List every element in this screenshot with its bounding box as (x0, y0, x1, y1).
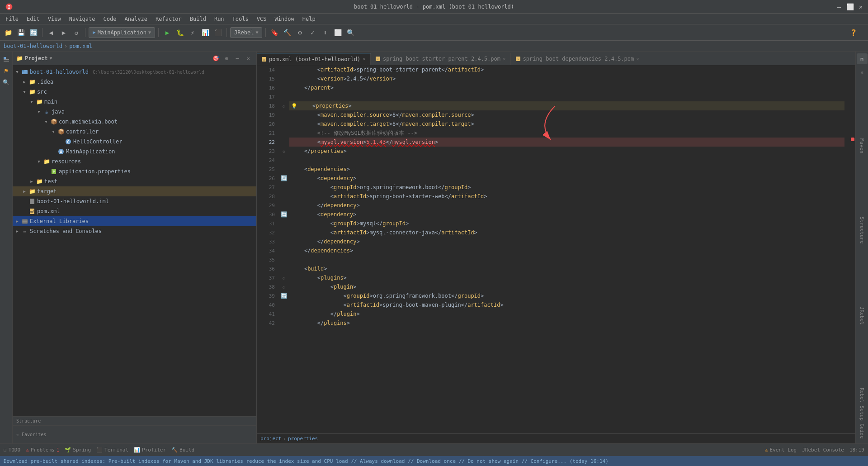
profile-btn[interactable]: 📊 (200, 27, 211, 38)
jrebel-console-btn[interactable]: JRebel Console (802, 447, 844, 453)
menu-navigate[interactable]: Navigate (66, 15, 99, 23)
tree-src[interactable]: ▼ 📁 src (13, 87, 256, 97)
profiler-btn[interactable]: 📊 Profiler (134, 447, 166, 453)
main-config-dropdown[interactable]: ▶ MainApplication ▼ (89, 27, 155, 38)
tab-pom-xml[interactable]: x pom.xml (boot-01-helloworld) ✕ (257, 53, 371, 65)
tree-idea[interactable]: ▶ 📁 .idea (13, 77, 256, 87)
run-with-coverage-btn[interactable]: ⚡ (187, 27, 198, 38)
window-controls: — ⬜ ✕ (835, 3, 864, 10)
code-line-34: </dependencies> (289, 246, 844, 255)
breadcrumb-project[interactable]: boot-01-helloworld (4, 43, 62, 49)
minimize-btn[interactable]: — (835, 3, 843, 10)
menu-window[interactable]: Window (271, 15, 297, 23)
tree-controller-folder[interactable]: ▼ 📦 controller (13, 127, 256, 137)
tree-resources[interactable]: ▼ 📁 resources (13, 157, 256, 166)
jrebel-dropdown[interactable]: JRebel ▼ (230, 27, 262, 38)
menu-build[interactable]: Build (186, 15, 210, 23)
tab-starter-parent[interactable]: x spring-boot-starter-parent-2.4.5.pom ✕ (371, 53, 511, 65)
tab-close-0[interactable]: ✕ (363, 56, 366, 62)
project-tool-icon[interactable] (1, 53, 12, 64)
structure-vertical-label[interactable]: Structure (857, 214, 867, 247)
commit-btn[interactable]: ✓ (307, 27, 318, 38)
menu-edit[interactable]: Edit (23, 15, 43, 23)
open-project-btn[interactable]: 📁 (3, 27, 14, 38)
code-line-27: <groupId>org.springframework.boot</group… (289, 183, 844, 192)
close-btn[interactable]: ✕ (857, 3, 864, 10)
settings-btn[interactable]: ⚙ (294, 27, 305, 38)
scope-btn[interactable]: 🎯 (211, 54, 220, 63)
fold-37[interactable]: ◇ (283, 276, 285, 281)
push-btn[interactable]: ⬆ (320, 27, 330, 38)
undo-btn[interactable]: ↺ (71, 27, 82, 38)
main-area: ⚑ 🔍 📁 Project ▼ 🎯 ⚙ — ✕ ▼ (0, 52, 868, 443)
tab-close-1[interactable]: ✕ (503, 56, 506, 62)
terminal-btn[interactable]: ⬜ (332, 27, 343, 38)
todo-btn[interactable]: ☑ TODO (4, 447, 20, 453)
breadcrumb-project-bottom[interactable]: project (260, 436, 281, 442)
hide-panel-btn[interactable]: ✕ (244, 54, 253, 63)
collapse-btn[interactable]: — (233, 54, 242, 63)
menu-file[interactable]: File (2, 15, 22, 23)
rebel-setup-vertical-label[interactable]: Rebel Setup Guide (857, 385, 867, 442)
close-maven-btn[interactable]: ✕ (857, 67, 868, 78)
breadcrumb-file[interactable]: pom.xml (69, 43, 92, 49)
fold-38[interactable]: ◇ (283, 285, 285, 290)
find-icon[interactable]: 🔍 (1, 77, 12, 88)
tree-pom[interactable]: ▶ xml pom.xml (13, 206, 256, 216)
left-tool-icons: ⚑ 🔍 (0, 52, 13, 443)
settings-gear-btn[interactable]: ⚙ (222, 54, 231, 63)
maximize-btn[interactable]: ⬜ (846, 3, 854, 10)
build-btn-status[interactable]: 🔨 Build (171, 447, 194, 453)
tree-hellocontroller[interactable]: ▶ C HelloController (13, 137, 256, 147)
run-btn[interactable]: ▶ (162, 27, 173, 38)
terminal-btn-status[interactable]: ⬛ Terminal (96, 447, 128, 453)
menu-analyze[interactable]: Analyze (121, 15, 151, 23)
menu-help[interactable]: Help (299, 15, 319, 23)
tree-mainapplication[interactable]: ▶ A MainApplication (13, 147, 256, 157)
fold-23[interactable]: ◇ (283, 149, 285, 154)
menu-code[interactable]: Code (100, 15, 120, 23)
maven-vertical-label[interactable]: Maven (857, 136, 867, 156)
editor-content[interactable]: 14 15 16 17 18 19 20 21 22 23 24 25 26 2… (257, 65, 855, 433)
menu-refactor[interactable]: Refactor (152, 15, 185, 23)
maven-badge[interactable]: m (857, 53, 868, 64)
event-log-btn[interactable]: ⚠ Event Log (765, 447, 797, 453)
status-bar: ☑ TODO ⚠ Problems 1 🌱 Spring ⬛ Terminal … (0, 443, 868, 456)
tree-package[interactable]: ▼ 📦 com.meimeixia.boot (13, 117, 256, 127)
sync-btn[interactable]: 🔄 (28, 27, 39, 38)
forward-btn[interactable]: ▶ (58, 27, 69, 38)
bookmarks-icon[interactable]: ⚑ (1, 65, 12, 76)
tree-test[interactable]: ▶ 📁 test (13, 176, 256, 186)
build-btn[interactable]: 🔨 (282, 27, 292, 38)
editor-breadcrumb: project › properties (257, 433, 855, 443)
jrebel-vertical-label[interactable]: JRebel (857, 304, 867, 328)
menu-tools[interactable]: Tools (229, 15, 252, 23)
tab-dependencies[interactable]: x spring-boot-dependencies-2.4.5.pom ✕ (511, 53, 644, 65)
time-display: 18:19 (849, 447, 864, 453)
code-area[interactable]: <artifactId>spring-boot-starter-parent</… (289, 65, 849, 433)
fold-18[interactable]: ◇ (283, 104, 285, 109)
save-btn[interactable]: 💾 (15, 27, 26, 38)
debug-btn[interactable]: 🐛 (175, 27, 185, 38)
search-btn[interactable]: 🔍 (345, 27, 356, 38)
tree-target[interactable]: ▶ 📁 target (13, 186, 256, 196)
spring-btn[interactable]: 🌱 Spring (65, 447, 91, 453)
tree-scratches[interactable]: ▶ ✏ Scratches and Consoles (13, 226, 256, 236)
code-line-30: <dependency> (289, 210, 844, 219)
tab-close-2[interactable]: ✕ (636, 56, 639, 62)
menu-view[interactable]: View (44, 15, 65, 23)
tree-external-libs[interactable]: ▶ External Libraries (13, 216, 256, 226)
problems-btn[interactable]: ⚠ Problems 1 (26, 447, 59, 453)
tree-java[interactable]: ▼ ☕ java (13, 107, 256, 117)
bookmark-btn[interactable]: 🔖 (269, 27, 280, 38)
tree-main[interactable]: ▼ 📁 main (13, 97, 256, 107)
menu-run[interactable]: Run (211, 15, 228, 23)
tree-root[interactable]: ▼ boot-01-helloworld C:\Users\32120\Desk… (13, 67, 256, 77)
tree-iml[interactable]: ▶ boot-01-helloworld.iml (13, 196, 256, 206)
back-btn[interactable]: ◀ (46, 27, 57, 38)
breadcrumb-properties-bottom[interactable]: properties (288, 436, 318, 442)
stop-btn[interactable]: ⬛ (212, 27, 223, 38)
code-line-24 (289, 156, 844, 165)
menu-vcs[interactable]: VCS (253, 15, 270, 23)
tree-app-properties[interactable]: ▶ P application.properties (13, 166, 256, 176)
